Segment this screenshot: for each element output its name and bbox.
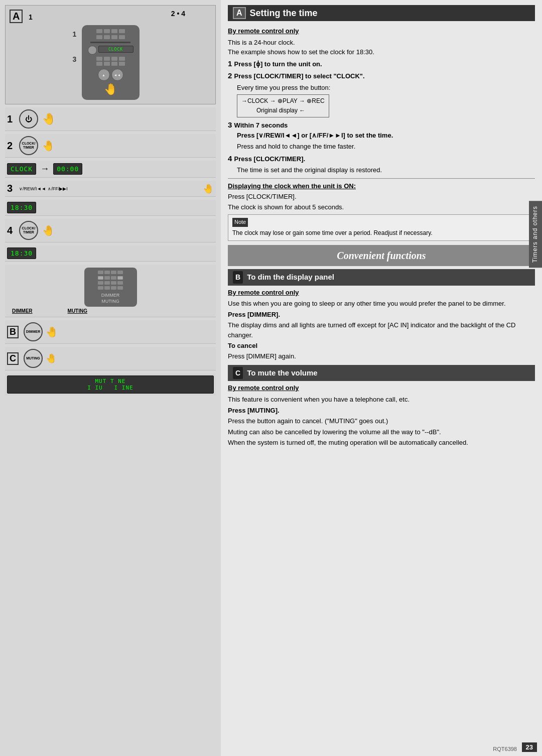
section-b-title: To dim the display panel [247,271,334,283]
dimmer-button-icon: DIMMER [24,322,43,341]
step4-text: Press [CLOCK/TIMER]. [234,155,306,163]
step1-text: Press [ϕ] to turn the unit on. [234,60,322,68]
step3-within: Within 7 seconds [234,121,288,129]
section-b-press-bold: Press [DIMMER]. [228,310,535,320]
muting-button-icon: MUTING [24,349,43,368]
page-title: Setting the time [250,8,318,19]
step3-num: 3 [228,120,234,129]
step3-text: Press [∨/REW/I◄◄] or [∧/FF/►►I] to set t… [237,132,393,139]
step3-row: 3 ∨/REW/I◄◄ ∧/FF/▶▶I 🤚 [5,181,216,197]
right-content-area: By remote control only This is a 24-hour… [228,26,535,449]
left-panel: A 1 2 • 4 1 3 [0,0,221,756]
note-label: Note [232,218,248,227]
step2-text: Press [CLOCK/TIMER] to select "CLOCK". [234,72,365,80]
display-section-title: Displaying the clock when the unit is ON… [228,181,535,192]
arrow-icon: → [40,164,49,174]
step4-clock-icon: CLOCK/TIMER [19,221,38,240]
step3-ff-label: ∧/FF/▶▶I [48,186,68,191]
intro-line2: The example shows how to set the clock f… [228,47,535,57]
step2-instruction: 2 Press [CLOCK/TIMER] to select "CLOCK". [228,70,535,82]
clock-display-right: 00:00 [53,163,82,175]
step3-rew-label: ∨/REW/I◄◄ [19,186,46,191]
section-b-desc: Use this when you are going to sleep or … [228,299,535,309]
muting-display: MUT T NEI IU I INE [7,375,214,394]
section-b-header: B To dim the display panel [228,269,535,285]
title-letter-a: A [233,7,246,19]
section-a-title-bar: A Setting the time [228,5,535,21]
num-1-label: 1 [29,13,33,21]
section-c-press-bold: Press [MUTING]. [228,406,535,416]
step3-instruction: 3 Within 7 seconds Press [∨/REW/I◄◄] or … [228,119,535,141]
muting-label: MUTING [68,308,87,314]
clock-display-left: CLOCK [7,163,36,175]
display-sub1: Press [CLOCK/TIMER]. [228,192,535,202]
intro-lines: This is a 24-hour clock. The example sho… [228,38,535,57]
step3-number: 3 [7,183,15,194]
step2-sub: Every time you press the button: [237,83,535,93]
clock-flow-text: →CLOCK → ⊕PLAY → ⊕REC [241,97,325,104]
section-c-header: C To mute the volume [228,365,535,381]
intro-line1: This is a 24-hour clock. [228,38,535,48]
step2-row: 2 CLOCK/TIMER 🤚 [5,134,216,158]
note-box: Note The clock may lose or gain some tim… [228,214,535,241]
section-c-content: By remote control only This feature is c… [228,383,535,447]
section-b-press-sub: The display dims and all lights are turn… [228,320,535,340]
step1-row: 1 ⏻ 🤚 [5,107,216,131]
step1-instruction: 1 Press [ϕ] to turn the unit on. [228,58,535,70]
section-b-content: By remote control only Use this when you… [228,288,535,362]
section-a-label: A [10,10,23,23]
section-c-press-sub3: When the system is turned off, the mutin… [228,438,535,448]
model-number: RQT6398 [493,746,517,752]
step1-power-icon: ⏻ [19,109,38,129]
step2-clock-icon: CLOCK/TIMER [19,136,38,155]
section-c-title: To mute the volume [247,367,318,379]
section-c-remote-label: By remote control only [228,383,535,394]
step2-clock-label: CLOCK/TIMER [22,142,36,149]
by-remote-label: By remote control only [228,26,535,37]
display-clock-section: Displaying the clock when the unit is ON… [228,181,535,212]
section-c-letter: C [233,367,243,379]
section-b-letter: B [233,271,243,283]
step4-sub-text: The time is set and the original display… [228,165,535,176]
step4-row: 4 CLOCK/TIMER 🤚 [5,219,216,242]
section-c-left-label: C [7,352,19,365]
step1-num: 1 [228,59,234,68]
time-display-step3: 18:30 [7,202,36,213]
section-c-press-sub1: Press the button again to cancel. ("MUTI… [228,416,535,426]
section-b-left-label: B [7,326,19,338]
step4-num: 4 [228,154,234,163]
time-display-step4: 18:30 [7,247,36,259]
step2-num: 2 [228,71,234,80]
step4-instruction: 4 Press [CLOCK/TIMER]. [228,153,535,165]
original-display-text: Original display ← [241,107,305,114]
step4-number: 4 [7,225,15,236]
num-24-label: 2 • 4 [171,10,185,18]
section-b-cancel-sub: Press [DIMMER] again. [228,351,535,362]
section-c-desc: This feature is convenient when you have… [228,395,535,405]
step3-sub-text: Press and hold to change the time faster… [228,142,535,152]
dimmer-label: DIMMER [12,308,33,314]
clock-flow-box: →CLOCK → ⊕PLAY → ⊕REC Original display ← [237,94,329,117]
note-text: The clock may lose or gain some time ove… [232,228,530,238]
step3-text-indent: Press [∨/REW/I◄◄] or [∧/FF/►►I] to set t… [228,132,393,139]
right-panel: A Setting the time By remote control onl… [221,0,542,756]
section-b-cancel-label: To cancel [228,341,535,351]
step1-number: 1 [7,113,15,125]
convenient-functions-title: Convenient functions [228,245,535,266]
display-sub2: The clock is shown for about 5 seconds. [228,202,535,213]
dimmer-section: DIMMER MUTING DIMMER MUTING [5,265,216,317]
page-number: 23 [522,742,537,752]
step4-clock-label: CLOCK/TIMER [22,226,36,234]
step2-number: 2 [7,140,15,152]
step2-sub-block: Every time you press the button: →CLOCK … [228,83,535,118]
section-b-remote-label: By remote control only [228,288,535,298]
section-c-press-sub2: Muting can also be cancelled by lowering… [228,427,535,437]
side-tab: Timers and others [529,201,542,268]
